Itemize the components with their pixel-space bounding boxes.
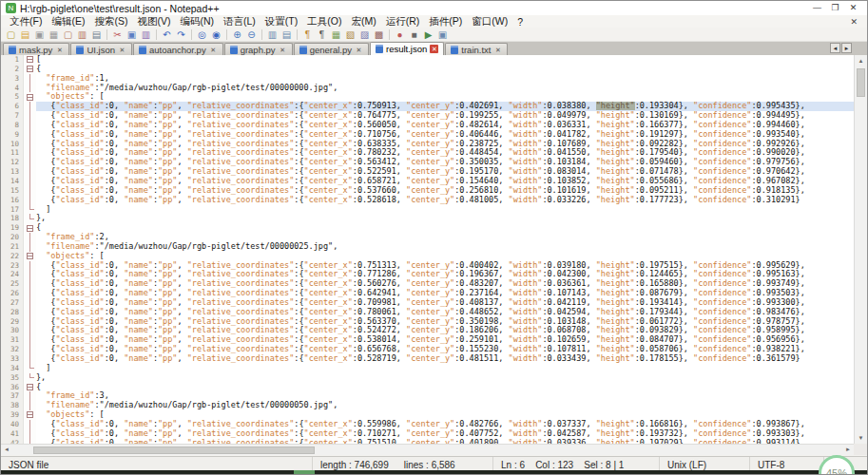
new-file-icon[interactable]: ▢ xyxy=(5,28,17,41)
code-line[interactable]: 4 "filename":"/media/wuzhou/Gap/rgb-pigl… xyxy=(1,84,854,93)
replace-icon[interactable]: ◉ xyxy=(210,28,222,41)
doc-list-icon[interactable]: ▩ xyxy=(373,28,385,41)
tab-scroll-right-icon[interactable]: ► xyxy=(841,43,852,53)
zoom-in-icon[interactable]: ⊕ xyxy=(231,28,243,41)
code-line[interactable]: 29 {"class_id":0, "name":"pp", "relative… xyxy=(1,317,854,327)
menu-item[interactable]: 语言(L) xyxy=(219,15,260,28)
menu-item[interactable]: 编辑(E) xyxy=(47,15,89,28)
tab-graph.py[interactable]: graph.py✕ xyxy=(224,43,293,55)
code-line[interactable]: 27 {"class_id":0, "name":"pp", "relative… xyxy=(1,298,854,308)
code-line[interactable]: 18}, xyxy=(1,214,854,223)
menu-item[interactable]: 窗口(W) xyxy=(467,15,512,28)
code-line[interactable]: 25 {"class_id":0, "name":"pp", "relative… xyxy=(1,279,854,289)
sync-vertical-icon[interactable]: ▥ xyxy=(266,28,279,41)
tab-train.txt[interactable]: train.txt✕ xyxy=(445,43,508,55)
code-line[interactable]: 21 "filename":"/media/wuzhou/Gap/rgb-pig… xyxy=(1,242,854,252)
record-macro-icon[interactable]: ● xyxy=(394,28,406,41)
play-macro-icon[interactable]: ▶ xyxy=(422,28,434,41)
scroll-right-icon[interactable]: ► xyxy=(842,445,854,455)
code-line[interactable]: 32 {"class_id":0, "name":"pp", "relative… xyxy=(1,345,854,354)
tab-UI.json[interactable]: UI.json✕ xyxy=(70,43,132,55)
vertical-scrollbar[interactable]: ▲ ▼ xyxy=(854,55,867,444)
indent-guide-icon[interactable]: ▦ xyxy=(330,28,342,41)
scroll-left-icon[interactable]: ◄ xyxy=(1,445,12,455)
find-icon[interactable]: ◎ xyxy=(196,28,208,41)
fold-collapse-icon[interactable] xyxy=(27,56,33,63)
fold-collapse-icon[interactable] xyxy=(27,225,33,232)
tab-close-icon[interactable]: ✕ xyxy=(279,46,287,54)
menu-item[interactable]: 插件(P) xyxy=(424,15,467,28)
code-line[interactable]: 6 {"class_id":0, "name":"pp", "relative_… xyxy=(1,102,854,111)
doc-map-icon[interactable]: ▨ xyxy=(358,28,371,41)
menu-item[interactable]: 视图(V) xyxy=(132,15,175,28)
tab-general.py[interactable]: general.py✕ xyxy=(294,43,369,55)
code-line[interactable]: 16 {"class_id":0, "name":"pp", "relative… xyxy=(1,196,854,205)
code-line[interactable]: 23 {"class_id":0, "name":"pp", "relative… xyxy=(1,261,854,271)
code-line[interactable]: 9 {"class_id":0, "name":"pp", "relative_… xyxy=(1,130,854,140)
minimize-button[interactable]: — xyxy=(808,2,826,14)
code-line[interactable]: 5 "objects": [ xyxy=(1,92,854,102)
code-line[interactable]: 30 {"class_id":0, "name":"pp", "relative… xyxy=(1,326,854,335)
code-line[interactable]: 36{ xyxy=(1,383,854,392)
copy-icon[interactable]: ▣ xyxy=(125,28,138,41)
menu-close-icon[interactable]: ✕ xyxy=(844,17,863,27)
zoom-out-icon[interactable]: ⊖ xyxy=(245,28,258,41)
function-list-icon[interactable]: ▧ xyxy=(344,28,357,41)
scroll-up-icon[interactable]: ▲ xyxy=(855,55,867,66)
tab-scroll-left-icon[interactable]: ◄ xyxy=(830,43,840,53)
close-file-icon[interactable]: ▢ xyxy=(62,28,74,41)
scroll-down-icon[interactable]: ▼ xyxy=(855,432,867,444)
maximize-button[interactable]: ❐ xyxy=(826,2,844,14)
fold-collapse-icon[interactable] xyxy=(27,411,33,418)
tab-close-icon[interactable]: ✕ xyxy=(55,46,64,54)
code-line[interactable]: 40 {"class_id":0, "name":"pp", "relative… xyxy=(1,420,854,429)
redo-icon[interactable]: ↷ xyxy=(175,28,187,41)
save-all-icon[interactable]: ▦ xyxy=(48,28,60,41)
stop-macro-icon[interactable]: ■ xyxy=(408,28,420,41)
fold-collapse-icon[interactable] xyxy=(27,94,33,101)
code-line[interactable]: 41 {"class_id":0, "name":"pp", "relative… xyxy=(1,429,854,439)
vertical-scroll-thumb[interactable] xyxy=(857,68,865,97)
tab-close-icon[interactable]: ✕ xyxy=(493,46,502,54)
fold-collapse-icon[interactable] xyxy=(27,384,33,390)
code-line[interactable]: 37 "frame_id":3, xyxy=(1,391,854,401)
code-line[interactable]: 7 {"class_id":0, "name":"pp", "relative_… xyxy=(1,111,854,121)
code-line[interactable]: 34 ] xyxy=(1,364,854,373)
word-wrap-icon[interactable]: ¶ xyxy=(301,28,314,41)
menu-item[interactable]: 搜索(S) xyxy=(89,15,132,28)
open-file-icon[interactable]: ▤ xyxy=(19,28,31,41)
menu-item[interactable]: ? xyxy=(512,16,528,28)
code-line[interactable]: 20 "frame_id":2, xyxy=(1,233,854,242)
code-line[interactable]: 19{ xyxy=(1,223,854,233)
save-icon[interactable]: ▣ xyxy=(33,28,46,41)
menu-item[interactable]: 运行(R) xyxy=(381,15,425,28)
close-button[interactable]: ✕ xyxy=(844,2,862,14)
menu-item[interactable]: 文件(F) xyxy=(5,15,47,28)
paste-icon[interactable]: ▥ xyxy=(140,28,152,41)
code-line[interactable]: 31 {"class_id":0, "name":"pp", "relative… xyxy=(1,335,854,345)
code-line[interactable]: 35}, xyxy=(1,373,854,383)
code-line[interactable]: 39 "objects": [ xyxy=(1,410,854,420)
code-line[interactable]: 28 {"class_id":0, "name":"pp", "relative… xyxy=(1,308,854,317)
horizontal-scrollbar[interactable]: ◄ ► xyxy=(1,444,854,455)
code-line[interactable]: 22 "objects": [ xyxy=(1,252,854,261)
close-all-icon[interactable]: ▥ xyxy=(76,28,88,41)
show-all-chars-icon[interactable]: ¶ xyxy=(316,28,328,41)
tab-mask.py[interactable]: mask.py✕ xyxy=(3,43,69,55)
tab-close-icon[interactable]: ✕ xyxy=(355,46,363,54)
save-macro-icon[interactable]: ▣ xyxy=(436,28,449,41)
menu-item[interactable]: 设置(T) xyxy=(260,15,302,28)
tab-autoanchor.py[interactable]: autoanchor.py✕ xyxy=(133,43,223,55)
code-line[interactable]: 1[ xyxy=(1,55,854,65)
code-line[interactable]: 17 ] xyxy=(1,205,854,215)
code-line[interactable]: 33 {"class_id":0, "name":"pp", "relative… xyxy=(1,354,854,364)
tab-close-icon[interactable]: ✕ xyxy=(430,45,438,53)
menu-item[interactable]: 编码(N) xyxy=(175,15,219,28)
tab-close-icon[interactable]: ✕ xyxy=(209,46,218,54)
code-line[interactable]: 38 "filename":"/media/wuzhou/Gap/rgb-pig… xyxy=(1,401,854,410)
code-line[interactable]: 24 {"class_id":0, "name":"pp", "relative… xyxy=(1,270,854,279)
code-line[interactable]: 2{ xyxy=(1,65,854,74)
menu-item[interactable]: 工具(O) xyxy=(302,15,346,28)
code-line[interactable]: 3 "frame_id":1, xyxy=(1,74,854,84)
code-line[interactable]: 15 {"class_id":0, "name":"pp", "relative… xyxy=(1,186,854,196)
